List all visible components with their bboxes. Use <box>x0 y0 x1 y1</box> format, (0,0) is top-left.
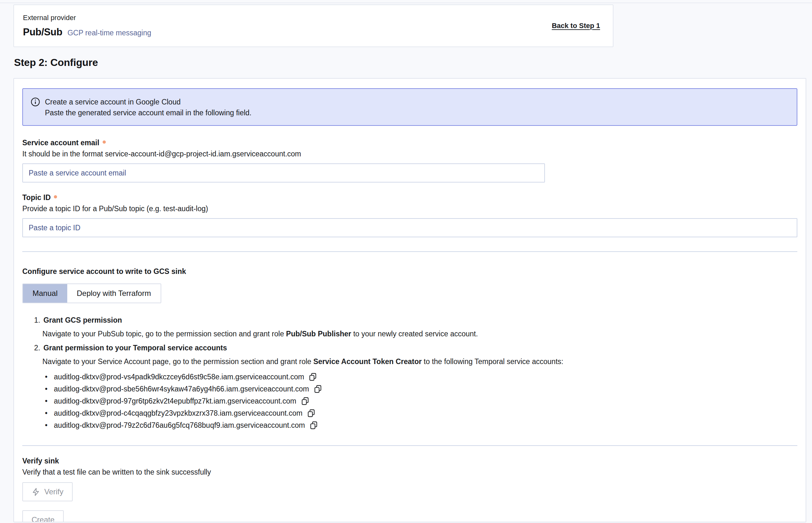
create-button[interactable]: Create <box>22 510 64 522</box>
step-1-number: 1. <box>34 316 40 324</box>
section-divider <box>22 251 797 252</box>
info-banner-title: Create a service account in Google Cloud <box>45 97 251 107</box>
copy-icon[interactable] <box>314 384 322 394</box>
provider-name: Pub/Sub <box>23 26 63 38</box>
list-item: auditlog-dktxv@prod-97gr6tp6zkv2t4epubff… <box>45 395 797 407</box>
provider-info: External provider Pub/Sub GCP real-time … <box>23 14 152 38</box>
step-2-title: 2.Grant permission to your Temporal serv… <box>34 342 797 353</box>
page-top-divider <box>0 3 812 3</box>
service-account-email-label: Service account email <box>22 139 100 147</box>
list-item: auditlog-dktxv@prod-sbe56h6wr4sykaw47a6y… <box>45 383 797 395</box>
instruction-steps: 1.Grant GCS permission Navigate to your … <box>22 315 797 431</box>
service-account-email-input[interactable] <box>22 163 545 182</box>
tab-deploy-terraform[interactable]: Deploy with Terraform <box>67 284 161 303</box>
copy-icon[interactable] <box>308 372 317 382</box>
step-1-body: Navigate to your PubSub topic, go to the… <box>42 328 797 339</box>
verify-sink-title: Verify sink <box>22 457 797 465</box>
info-banner: Create a service account in Google Cloud… <box>22 88 797 126</box>
section-divider <box>22 445 797 446</box>
service-account-email: auditlog-dktxv@prod-sbe56h6wr4sykaw47a6y… <box>54 385 309 393</box>
copy-icon[interactable] <box>307 409 316 418</box>
page-title: Step 2: Configure <box>14 57 98 69</box>
copy-icon[interactable] <box>310 421 318 430</box>
list-item: auditlog-dktxv@prod-vs4padk9dkczcey6d6st… <box>45 371 797 383</box>
required-dot-icon <box>54 195 57 198</box>
verify-sink-description: Verify that a test file can be written t… <box>22 468 797 476</box>
step-2-number: 2. <box>34 344 40 352</box>
back-to-step1-link[interactable]: Back to Step 1 <box>552 22 600 30</box>
service-account-email: auditlog-dktxv@prod-97gr6tp6zkv2t4epubff… <box>54 397 296 405</box>
configure-card: Create a service account in Google Cloud… <box>13 78 806 522</box>
topic-id-helper: Provide a topic ID for a Pub/Sub topic (… <box>22 204 797 213</box>
provider-header-card: External provider Pub/Sub GCP real-time … <box>13 4 614 47</box>
lightning-bolt-icon <box>32 488 40 496</box>
tab-manual[interactable]: Manual <box>23 284 67 303</box>
provider-description: GCP real-time messaging <box>68 29 152 37</box>
service-account-email-helper: It should be in the format service-accou… <box>22 150 797 158</box>
list-item: auditlog-dktxv@prod-79z2c6d76au6g5fcq768… <box>45 419 797 431</box>
step-1-title: 1.Grant GCS permission <box>34 315 797 326</box>
info-circle-icon <box>31 97 40 108</box>
configure-section-title: Configure service account to write to GC… <box>22 267 797 276</box>
info-banner-body: Paste the generated service account emai… <box>45 108 251 118</box>
verify-button[interactable]: Verify <box>22 482 73 501</box>
required-dot-icon <box>103 141 106 144</box>
copy-icon[interactable] <box>301 397 310 406</box>
list-item: auditlog-dktxv@prod-c4cqaqgbfzy23vpzkbxz… <box>45 407 797 419</box>
topic-id-label: Topic ID <box>22 193 51 202</box>
service-account-list: auditlog-dktxv@prod-vs4padk9dkczcey6d6st… <box>45 371 797 431</box>
service-account-email: auditlog-dktxv@prod-79z2c6d76au6g5fcq768… <box>54 421 305 430</box>
info-banner-text: Create a service account in Google Cloud… <box>45 97 251 118</box>
step-2-body: Navigate to your Service Account page, g… <box>42 356 797 367</box>
topic-id-input[interactable] <box>22 218 797 237</box>
service-account-email: auditlog-dktxv@prod-vs4padk9dkczcey6d6st… <box>54 373 304 381</box>
provider-label: External provider <box>23 14 152 22</box>
service-account-email: auditlog-dktxv@prod-c4cqaqgbfzy23vpzkbxz… <box>54 409 302 418</box>
config-method-tabs: Manual Deploy with Terraform <box>22 284 161 303</box>
